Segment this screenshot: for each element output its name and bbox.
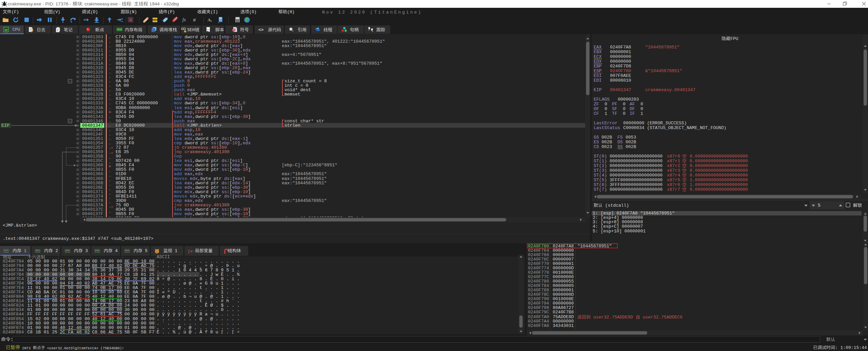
- svg-text:fx: fx: [182, 17, 186, 22]
- svg-text:<>: <>: [206, 28, 210, 31]
- svg-text:!: !: [185, 30, 185, 32]
- svg-text:EIP: EIP: [1, 123, 9, 128]
- svg-text:#: #: [193, 18, 196, 23]
- svg-text:<>: <>: [258, 27, 264, 33]
- svg-text:[x=]: [x=]: [188, 249, 193, 253]
- svg-text:S: S: [129, 17, 132, 22]
- svg-text:32: 32: [5, 28, 8, 32]
- svg-text:z: z: [211, 19, 212, 22]
